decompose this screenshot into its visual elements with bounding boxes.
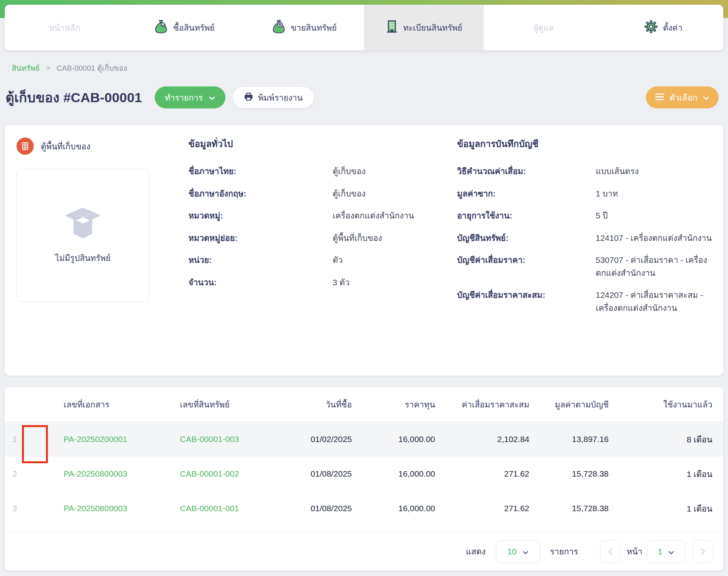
info-value: 124207 - ค่าเสื่อมราคาสะสม - เครื่องตกแต… bbox=[596, 289, 716, 314]
nav-tab-home-label: หน้าหลัก bbox=[49, 21, 80, 34]
main-navigation: หน้าหลัก ซื้อสินทรัพย์ ขายสินทรัพย์ bbox=[5, 5, 723, 50]
info-value: เครื่องตกแต่งสำนักงาน bbox=[333, 209, 448, 222]
breadcrumb: สินทรัพย์ > CAB-00001 ตู้เก็บของ bbox=[12, 62, 127, 74]
nav-tab-buy-assets-label: ซื้อสินทรัพย์ bbox=[173, 21, 214, 34]
info-label: อายุการใช้งาน: bbox=[457, 209, 596, 222]
column-header-cost: ราคาทุน bbox=[355, 398, 438, 411]
info-row-unit: หน่วย: ตัว bbox=[188, 254, 448, 267]
table-row[interactable]: 3 PA-20250800003 CAB-00001-001 01/08/202… bbox=[5, 491, 723, 526]
page-title: ตู้เก็บของ #CAB-00001 bbox=[5, 87, 142, 108]
page-value: 1 bbox=[658, 547, 662, 556]
general-info-section: ข้อมูลทั่วไป ชื่อภาษาไทย: ตู้เก็บของ ชื่… bbox=[188, 137, 448, 298]
nav-tab-asset-registry[interactable]: ทะเบียนสินทรัพย์ bbox=[364, 5, 484, 50]
info-row-accumulated-depreciation-account: บัญชีค่าเสื่อมราคาสะสม: 124207 - ค่าเสื่… bbox=[457, 289, 716, 314]
info-label: บัญชีค่าเสื่อมราคา: bbox=[457, 254, 596, 279]
accumulated-depreciation: 271.62 bbox=[438, 504, 532, 513]
info-value: 530707 - ค่าเสื่อมราคา - เครื่องตกแต่งสำ… bbox=[596, 254, 716, 279]
per-page-value: 10 bbox=[507, 547, 516, 556]
chevron-down-icon bbox=[523, 547, 529, 556]
nav-tab-sell-assets-label: ขายสินทรัพย์ bbox=[291, 21, 337, 34]
info-value: 5 ปี bbox=[596, 209, 716, 222]
doc-no-link[interactable]: PA-20250200001 bbox=[48, 435, 166, 444]
printer-icon bbox=[244, 92, 253, 103]
asset-no-link[interactable]: CAB-00001-002 bbox=[166, 469, 282, 479]
row-index: 2 bbox=[13, 470, 26, 479]
info-label: ชื่อภาษาอังกฤษ: bbox=[188, 187, 333, 200]
info-value: 124107 - เครื่องตกแต่งสำนักงาน bbox=[596, 232, 716, 245]
subcategory-badge: ตู้พื้นที่เก็บของ bbox=[16, 138, 90, 155]
per-page-select[interactable]: 10 bbox=[496, 540, 540, 563]
nav-tab-sell-assets[interactable]: ขายสินทรัพย์ bbox=[244, 5, 364, 50]
page-header: ตู้เก็บของ #CAB-00001 ทำรายการ พิมพ์รายง… bbox=[5, 86, 719, 108]
asset-no-link[interactable]: CAB-00001-001 bbox=[166, 504, 282, 513]
info-row-depreciation-method: วิธีคำนวณค่าเสื่อม: แบบเส้นตรง bbox=[457, 165, 716, 178]
book-value: 15,728.38 bbox=[532, 504, 612, 513]
breadcrumb-link-assets[interactable]: สินทรัพย์ bbox=[12, 62, 40, 74]
chevron-down-icon bbox=[668, 547, 674, 556]
accounting-info-heading: ข้อมูลการบันทึกบัญชี bbox=[457, 137, 716, 151]
column-header-accumulated-depreciation: ค่าเสื่อมราคาสะสม bbox=[438, 398, 532, 411]
make-transaction-button[interactable]: ทำรายการ bbox=[155, 86, 226, 108]
column-header-book-value: มูลค่าตามบัญชี bbox=[532, 398, 612, 411]
accumulated-depreciation: 2,102.84 bbox=[438, 435, 532, 444]
print-report-button[interactable]: พิมพ์รายงาน bbox=[232, 86, 314, 108]
options-label: ตัวเลือก bbox=[669, 91, 697, 104]
info-value: ตัว bbox=[333, 254, 448, 267]
money-bag-buy-icon bbox=[154, 19, 168, 36]
doc-no-link[interactable]: PA-20250800003 bbox=[48, 469, 166, 479]
accounting-info-section: ข้อมูลการบันทึกบัญชี วิธีคำนวณค่าเสื่อม:… bbox=[457, 137, 716, 324]
menu-icon bbox=[655, 93, 664, 102]
nav-tab-settings[interactable]: ตั้งค่า bbox=[604, 5, 723, 50]
info-row-category: หมวดหมู่: เครื่องตกแต่งสำนักงาน bbox=[188, 209, 448, 222]
row-index: 3 bbox=[13, 504, 26, 513]
info-value: 3 ตัว bbox=[333, 276, 448, 289]
options-button[interactable]: ตัวเลือก bbox=[646, 86, 719, 108]
asset-no-link[interactable]: CAB-00001-003 bbox=[166, 435, 282, 444]
table-row[interactable]: 1 PA-20250200001 CAB-00001-003 01/02/202… bbox=[5, 422, 723, 457]
make-transaction-label: ทำรายการ bbox=[165, 91, 203, 104]
info-label: บัญชีค่าเสื่อมราคาสะสม: bbox=[457, 289, 596, 314]
breadcrumb-current: CAB-00001 ตู้เก็บของ bbox=[57, 62, 127, 74]
asset-items-table: เลขที่เอกสาร เลขที่สินทรัพย์ วันที่ซื้อ … bbox=[5, 387, 723, 570]
age: 1 เดือน bbox=[612, 502, 715, 515]
info-row-depreciation-account: บัญชีค่าเสื่อมราคา: 530707 - ค่าเสื่อมรา… bbox=[457, 254, 716, 279]
chevron-down-icon bbox=[209, 93, 215, 102]
page-label: หน้า bbox=[627, 545, 642, 558]
info-row-useful-life: อายุการใช้งาน: 5 ปี bbox=[457, 209, 716, 222]
accumulated-depreciation: 271.62 bbox=[438, 469, 532, 479]
asset-detail-card: ตู้พื้นที่เก็บของ ไม่มีรูปสินทรัพย์ ข้อม… bbox=[5, 125, 723, 376]
subcategory-label: ตู้พื้นที่เก็บของ bbox=[41, 140, 90, 153]
info-value: ตู้พื้นที่เก็บของ bbox=[333, 232, 448, 245]
info-row-english-name: ชื่อภาษาอังกฤษ: ตู้เก็บของ bbox=[188, 187, 448, 200]
cost: 16,000.00 bbox=[355, 504, 438, 513]
info-label: ชื่อภาษาไทย: bbox=[188, 165, 333, 178]
column-header-age: ใช้งานมาแล้ว bbox=[612, 398, 715, 411]
nav-tab-buy-assets[interactable]: ซื้อสินทรัพย์ bbox=[124, 5, 244, 50]
nav-tab-settings-label: ตั้งค่า bbox=[663, 21, 682, 34]
nav-tab-admin[interactable]: ผู้ดูแล bbox=[484, 5, 604, 50]
table-pagination: แสดง 10 รายการ หน้า 1 bbox=[5, 532, 723, 570]
doc-no-link[interactable]: PA-20250800003 bbox=[48, 504, 166, 513]
page-select[interactable]: 1 bbox=[647, 540, 685, 563]
column-header-doc-no: เลขที่เอกสาร bbox=[48, 398, 166, 411]
prev-page-button[interactable] bbox=[600, 540, 620, 563]
table-row[interactable]: 2 PA-20250800003 CAB-00001-002 01/08/202… bbox=[5, 457, 723, 491]
next-page-button[interactable] bbox=[693, 540, 713, 563]
info-row-asset-account: บัญชีสินทรัพย์: 124107 - เครื่องตกแต่งสำ… bbox=[457, 232, 716, 245]
no-image-label: ไม่มีรูปสินทรัพย์ bbox=[55, 251, 110, 264]
info-label: มูลค่าซาก: bbox=[457, 187, 596, 200]
cost: 16,000.00 bbox=[355, 435, 438, 444]
show-label: แสดง bbox=[466, 545, 486, 558]
info-row-salvage-value: มูลค่าซาก: 1 บาท bbox=[457, 187, 716, 200]
age: 8 เดือน bbox=[612, 433, 715, 446]
info-value: 1 บาท bbox=[596, 187, 716, 200]
age: 1 เดือน bbox=[612, 468, 715, 481]
info-label: หมวดหมู่ย่อย: bbox=[188, 232, 333, 245]
info-label: บัญชีสินทรัพย์: bbox=[457, 232, 596, 245]
purchase-date: 01/02/2025 bbox=[282, 435, 355, 444]
info-row-thai-name: ชื่อภาษาไทย: ตู้เก็บของ bbox=[188, 165, 448, 178]
nav-tab-home[interactable]: หน้าหลัก bbox=[5, 5, 124, 50]
cost: 16,000.00 bbox=[355, 469, 438, 479]
info-label: หมวดหมู่: bbox=[188, 209, 333, 222]
nav-tab-admin-label: ผู้ดูแล bbox=[533, 21, 554, 34]
